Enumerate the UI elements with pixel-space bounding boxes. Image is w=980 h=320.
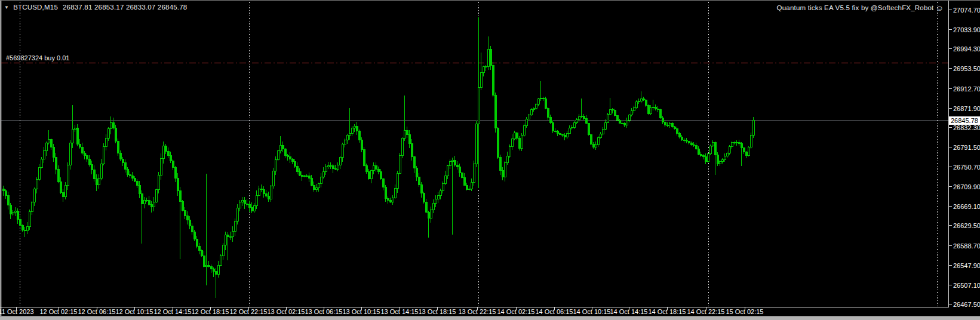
price-tick-label: 27074.70: [953, 7, 980, 14]
time-tick-label: 12 Oct 18:15: [192, 308, 229, 315]
price-tick-label: 26588.70: [953, 242, 980, 250]
price-tick-label: 26467.50: [953, 301, 980, 308]
time-tick-label: 11 Oct 2023: [0, 308, 34, 315]
time-tick-label: 14 Oct 10:15: [573, 308, 611, 315]
time-tick-label: 12 Oct 02:15: [40, 308, 78, 315]
time-axis[interactable]: 11 Oct 202312 Oct 02:1512 Oct 06:1512 Oc…: [0, 307, 764, 315]
smiley-icon: ☺: [936, 4, 944, 13]
time-tick-label: 14 Oct 06:15: [536, 308, 573, 315]
time-tick-label: 14 Oct 22:15: [687, 308, 725, 315]
ea-watermark: Quantum ticks EA V5.5 fix by @SoftechFX_…: [777, 4, 944, 13]
time-tick-label: 13 Oct 18:15: [419, 308, 456, 315]
time-tick-label: 13 Oct 02:15: [268, 308, 305, 315]
price-tick-label: 27033.90: [953, 26, 980, 33]
price-tick-label: 26912.70: [953, 85, 980, 93]
candles: [2, 17, 754, 298]
window-bottom-border: [0, 316, 980, 320]
time-tick-label: 12 Oct 22:15: [230, 308, 268, 315]
price-tick-label: 26791.50: [953, 144, 980, 151]
time-tick-label: 12 Oct 14:15: [154, 308, 192, 315]
price-tick-label: 26709.90: [953, 183, 980, 190]
time-tick-label: 12 Oct 06:15: [78, 308, 116, 315]
axes-frame: [0, 1, 949, 307]
price-tick-label: 26547.90: [953, 262, 980, 269]
time-tick-label: 12 Oct 10:15: [116, 308, 153, 315]
ea-watermark-text: Quantum ticks EA V5.5 fix by @SoftechFX_…: [777, 4, 934, 11]
time-tick-label: 13 Oct 06:15: [305, 308, 343, 315]
price-tick-label: 26953.50: [953, 65, 980, 72]
price-tick-label: 26669.10: [953, 203, 980, 210]
time-tick-label: 13 Oct 22:15: [459, 308, 496, 315]
time-tick-label: 15 Oct 02:15: [726, 308, 764, 315]
time-tick-label: 13 Oct 14:15: [381, 308, 419, 315]
chart-symbol-label: BTCUSD,M15: [13, 4, 58, 11]
chart-ohlc-values: 26837.81 26853.17 26833.07 26845.78: [63, 4, 187, 11]
time-tick-label: 13 Oct 10:15: [343, 308, 380, 315]
chart-dropdown-icon[interactable]: ▼: [4, 5, 9, 10]
price-tick-label: 26994.30: [953, 45, 980, 53]
time-tick-label: 14 Oct 02:15: [497, 308, 535, 315]
price-tick-label: 26832.30: [953, 124, 980, 131]
price-tick-label: 26871.90: [953, 105, 980, 112]
mt4-chart-window: 27074.7027033.9026994.3026953.5026912.70…: [0, 0, 980, 320]
price-tick-label: 26629.50: [953, 222, 980, 229]
price-axis[interactable]: 27074.7027033.9026994.3026953.5026912.70…: [949, 7, 980, 308]
time-tick-label: 14 Oct 14:15: [610, 308, 648, 315]
current-price-tag: 26845.78: [949, 116, 980, 125]
price-tick-label: 26507.10: [953, 282, 980, 289]
time-tick-label: 14 Oct 18:15: [649, 308, 686, 315]
chart-title: ▼BTCUSD,M1526837.81 26853.17 26833.07 26…: [4, 4, 187, 11]
price-tick-label: 26750.70: [953, 164, 980, 171]
order-label: #569827324 buy 0.01: [6, 54, 69, 61]
candlestick-chart[interactable]: 27074.7027033.9026994.3026953.5026912.70…: [0, 1, 980, 320]
